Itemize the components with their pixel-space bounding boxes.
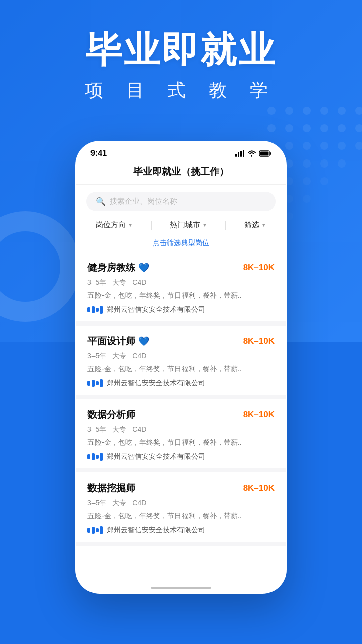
company-name-2: 郑州云智信安安全技术有限公司 <box>107 379 205 388</box>
job-education-2: 大专 <box>112 352 126 361</box>
company-name-4: 郑州云智信安安全技术有限公司 <box>107 526 205 535</box>
job-salary-2: 8K–10K <box>243 336 275 346</box>
status-icons <box>235 150 272 157</box>
job-list: 健身房教练 💙 8K–10K 3–5年 大专 C4D 五险-金，包吃，年终奖，节… <box>76 252 286 594</box>
svg-point-15 <box>320 142 328 150</box>
svg-point-25 <box>303 177 311 185</box>
job-title-row-1: 健身房教练 💙 <box>87 261 149 274</box>
job-tags-2: 3–5年 大专 C4D <box>87 352 275 361</box>
svg-point-17 <box>355 142 362 150</box>
heart-icon-1[interactable]: 💙 <box>138 262 149 273</box>
svg-point-26 <box>320 177 328 185</box>
job-experience-2: 3–5年 <box>87 352 106 361</box>
job-education-4: 大专 <box>112 499 126 508</box>
nav-title: 毕业即就业（挑工作） <box>133 166 229 177</box>
svg-rect-33 <box>235 154 237 157</box>
company-name-1: 郑州云智信安安全技术有限公司 <box>107 305 205 314</box>
svg-point-11 <box>355 124 362 132</box>
job-header-3: 数据分析师 8K–10K <box>87 408 275 421</box>
hero-title: 毕业即就业 <box>0 30 362 70</box>
job-title-row-2: 平面设计师 💙 <box>87 335 149 348</box>
svg-point-6 <box>267 124 276 132</box>
svg-rect-34 <box>238 152 239 157</box>
signal-icon <box>235 150 244 157</box>
svg-point-16 <box>338 142 346 150</box>
job-title-3: 数据分析师 <box>87 408 135 421</box>
chevron-down-icon-3: ▼ <box>261 222 266 228</box>
filter-divider-2 <box>225 221 226 230</box>
job-title-1: 健身房教练 <box>87 261 135 274</box>
hero-section: 毕业即就业 项 目 式 教 学 <box>0 30 362 103</box>
svg-rect-39 <box>260 151 269 155</box>
search-icon: 🔍 <box>96 197 106 206</box>
job-header-1: 健身房教练 💙 8K–10K <box>87 261 275 274</box>
job-experience-4: 3–5年 <box>87 499 106 508</box>
job-title-4: 数据挖掘师 <box>87 481 135 495</box>
company-logo-4 <box>87 526 103 534</box>
job-benefits-2: 五险-金，包吃，年终奖，节日福利，餐补，带薪.. <box>87 365 275 374</box>
job-title-row-3: 数据分析师 <box>87 408 135 421</box>
job-experience-3: 3–5年 <box>87 425 106 434</box>
job-education-1: 大专 <box>112 278 126 287</box>
job-card-3[interactable]: 数据分析师 8K–10K 3–5年 大专 C4D 五险-金，包吃，年终奖，节日福… <box>76 399 286 472</box>
company-row-2: 郑州云智信安安全技术有限公司 <box>87 379 275 388</box>
job-header-4: 数据挖掘师 8K–10K <box>87 481 275 495</box>
company-logo-1 <box>87 306 103 314</box>
company-logo-2 <box>87 379 103 387</box>
svg-rect-36 <box>243 150 244 157</box>
status-time: 9:41 <box>90 149 107 158</box>
job-benefits-4: 五险-金，包吃，年终奖，节日福利，餐补，带薪.. <box>87 512 275 521</box>
svg-point-14 <box>303 142 311 150</box>
job-skill-3: C4D <box>132 425 146 434</box>
svg-point-21 <box>320 159 328 168</box>
filter-position-label: 岗位方向 <box>96 220 126 230</box>
circle-decoration-left <box>0 211 80 322</box>
svg-point-4 <box>338 107 346 115</box>
type-banner[interactable]: 点击筛选典型岗位 <box>76 234 286 252</box>
type-banner-text: 点击筛选典型岗位 <box>153 238 209 247</box>
wifi-icon <box>247 150 256 157</box>
status-bar: 9:41 <box>76 142 286 162</box>
job-card-2[interactable]: 平面设计师 💙 8K–10K 3–5年 大专 C4D 五险-金，包吃，年终奖，节… <box>76 326 286 399</box>
job-education-3: 大专 <box>112 425 126 434</box>
svg-point-0 <box>267 107 276 115</box>
hero-subtitle: 项 目 式 教 学 <box>0 78 362 103</box>
job-experience-1: 3–5年 <box>87 278 106 287</box>
svg-point-13 <box>285 142 293 150</box>
job-card-1[interactable]: 健身房教练 💙 8K–10K 3–5年 大专 C4D 五险-金，包吃，年终奖，节… <box>76 252 286 326</box>
svg-point-7 <box>285 124 293 132</box>
filter-city[interactable]: 热门城市 ▼ <box>170 220 207 230</box>
svg-point-10 <box>338 124 346 132</box>
company-row-4: 郑州云智信安安全技术有限公司 <box>87 526 275 535</box>
nav-bar: 毕业即就业（挑工作） <box>76 162 286 185</box>
job-tags-1: 3–5年 大专 C4D <box>87 278 275 287</box>
job-skill-2: C4D <box>132 352 146 361</box>
svg-point-20 <box>303 159 311 168</box>
battery-icon <box>259 150 272 157</box>
svg-rect-35 <box>240 151 242 157</box>
company-row-1: 郑州云智信安安全技术有限公司 <box>87 305 275 314</box>
search-bar[interactable]: 🔍 搜索企业、岗位名称 <box>86 192 276 211</box>
job-tags-4: 3–5年 大专 C4D <box>87 499 275 508</box>
heart-icon-2[interactable]: 💙 <box>138 336 149 347</box>
search-placeholder: 搜索企业、岗位名称 <box>110 197 177 206</box>
filter-screen[interactable]: 筛选 ▼ <box>244 220 266 230</box>
job-salary-1: 8K–10K <box>243 263 275 273</box>
svg-point-1 <box>285 107 293 115</box>
job-benefits-1: 五险-金，包吃，年终奖，节日福利，餐补，带薪.. <box>87 291 275 300</box>
company-name-3: 郑州云智信安安全技术有限公司 <box>107 452 205 461</box>
filter-row: 岗位方向 ▼ 热门城市 ▼ 筛选 ▼ <box>76 216 286 234</box>
chevron-down-icon-2: ▼ <box>202 222 207 228</box>
svg-point-3 <box>320 107 328 115</box>
chevron-down-icon: ▼ <box>128 222 133 228</box>
job-skill-1: C4D <box>132 278 146 287</box>
filter-city-label: 热门城市 <box>170 220 200 230</box>
job-card-4[interactable]: 数据挖掘师 8K–10K 3–5年 大专 C4D 五险-金，包吃，年终奖，节日福… <box>76 472 286 546</box>
company-logo-3 <box>87 453 103 461</box>
svg-point-2 <box>303 107 311 115</box>
filter-divider-1 <box>151 221 152 230</box>
filter-position[interactable]: 岗位方向 ▼ <box>96 220 133 230</box>
job-skill-4: C4D <box>132 499 146 508</box>
job-title-2: 平面设计师 <box>87 335 135 348</box>
svg-point-5 <box>355 107 362 115</box>
